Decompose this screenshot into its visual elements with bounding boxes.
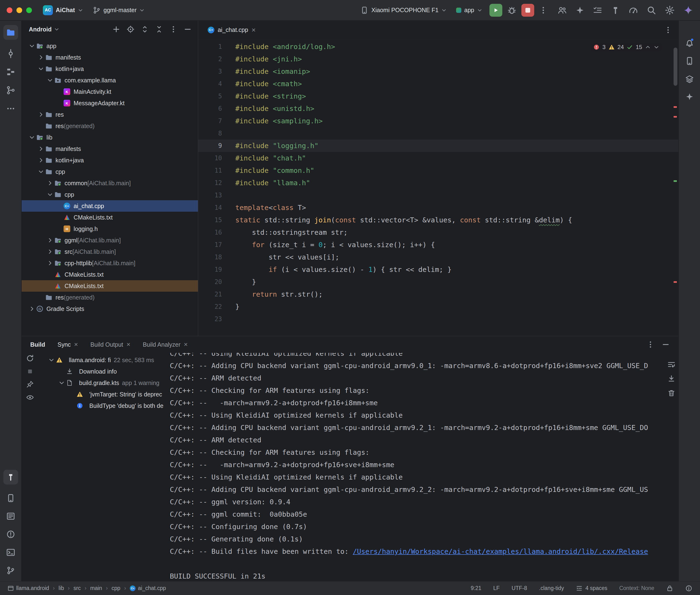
tree-item[interactable]: kotlin+java: [22, 154, 198, 166]
terminal-tool-button[interactable]: [6, 548, 15, 557]
breadcrumb-item[interactable]: C+ai_chat.cpp: [130, 585, 166, 591]
line-separator-widget[interactable]: LF: [493, 585, 500, 591]
new-item-icon[interactable]: [112, 25, 120, 33]
chevron-down-icon[interactable]: [37, 66, 45, 72]
lock-icon[interactable]: [666, 585, 673, 592]
code-line[interactable]: 3#include <iomanip>: [198, 65, 678, 78]
context-widget[interactable]: Context: None: [619, 585, 654, 591]
build-tree-item[interactable]: build.gradle.ktsapp 1 warning: [38, 377, 170, 389]
inspections-widget[interactable]: 3 24 15: [591, 43, 662, 51]
structure-tool-button[interactable]: [6, 67, 15, 77]
layout-inspector-tool-button[interactable]: [685, 75, 694, 84]
build-tool-button[interactable]: [3, 470, 18, 484]
tree-item[interactable]: manifests: [22, 52, 198, 63]
chevron-right-icon[interactable]: [47, 180, 54, 186]
build-tree-item[interactable]: 'jvmTarget: String' is deprec: [38, 389, 170, 400]
chevron-right-icon[interactable]: [47, 249, 54, 255]
chevron-right-icon[interactable]: [37, 111, 45, 118]
editor-scrollbar[interactable]: [672, 39, 678, 336]
tree-item[interactable]: KMainActivity.kt: [22, 86, 198, 97]
tree-item[interactable]: com.example.llama: [22, 75, 198, 86]
tree-item[interactable]: Hlogging.h: [22, 223, 198, 234]
code-line[interactable]: 2#include <jni.h>: [198, 53, 678, 65]
indent-widget[interactable]: 4 spaces: [576, 585, 607, 592]
build-tree-item[interactable]: BuildType 'debug' is both de: [38, 400, 170, 412]
more-run-actions-icon[interactable]: [539, 6, 548, 15]
code-line[interactable]: 23: [198, 313, 678, 325]
prev-problem-icon[interactable]: [645, 44, 651, 50]
chevron-down-icon[interactable]: [28, 43, 35, 49]
tree-item[interactable]: CMakeLists.txt: [22, 212, 198, 223]
code-with-me-icon[interactable]: [558, 5, 567, 15]
build-tab[interactable]: Build Output×: [90, 341, 130, 348]
logcat-tool-button[interactable]: [6, 512, 15, 521]
error-stripe-mark[interactable]: [674, 116, 677, 118]
search-everywhere-icon[interactable]: [647, 5, 656, 15]
chevron-right-icon[interactable]: [37, 54, 45, 60]
chevron-down-icon[interactable]: [47, 192, 54, 198]
tree-item[interactable]: GGradle Scripts: [22, 303, 198, 314]
breadcrumb-item[interactable]: src: [73, 585, 81, 591]
soft-wrap-icon[interactable]: [667, 361, 675, 369]
close-tab-icon[interactable]: ×: [74, 341, 78, 348]
assistant-tool-button[interactable]: [685, 93, 694, 101]
console-link[interactable]: /Users/hanyin/Workspace/ai-chat/examples…: [353, 547, 648, 556]
code-line[interactable]: 21 return str.str();: [198, 288, 678, 301]
device-manager-tool-button[interactable]: [685, 56, 694, 65]
breadcrumb-item[interactable]: cpp: [111, 585, 120, 591]
ai-assistant-icon[interactable]: [576, 6, 584, 15]
breadcrumb-item[interactable]: llama.android: [8, 585, 49, 591]
tree-item[interactable]: cpp-httplib [AiChat.lib.main]: [22, 257, 198, 269]
commit-tool-button[interactable]: [6, 49, 16, 58]
code-line[interactable]: 10#include "chat.h": [198, 152, 678, 164]
next-problem-icon[interactable]: [653, 44, 659, 50]
project-view-mode[interactable]: Android: [29, 26, 52, 33]
chevron-down-icon[interactable]: [37, 169, 45, 175]
tree-item[interactable]: KMessageAdapter.kt: [22, 97, 198, 109]
tree-item[interactable]: cpp: [22, 189, 198, 200]
clang-tidy-widget[interactable]: .clang-tidy: [539, 585, 564, 591]
branch-selector[interactable]: ggml-master: [90, 5, 147, 16]
code-line[interactable]: 18 str << values[i];: [198, 251, 678, 263]
chevron-down-icon[interactable]: [48, 357, 55, 363]
code-line[interactable]: 17 for (size_t i = 0; i < values.size();…: [198, 238, 678, 251]
tree-item[interactable]: src [AiChat.lib.main]: [22, 246, 198, 257]
hide-panel-icon[interactable]: [184, 25, 192, 33]
tree-item[interactable]: res: [22, 109, 198, 120]
code-line[interactable]: 9#include "logging.h": [198, 140, 678, 152]
build-tab[interactable]: Build Analyzer×: [143, 341, 188, 348]
tree-item[interactable]: CMakeLists.txt: [22, 269, 198, 280]
gemini-icon[interactable]: [683, 5, 693, 15]
profiler-icon[interactable]: [628, 5, 638, 15]
run-config-selector[interactable]: app: [454, 5, 485, 15]
zoom-window-button[interactable]: [26, 7, 32, 13]
code-editor[interactable]: 1#include <android/log.h>2#include <jni.…: [198, 39, 678, 336]
code-line[interactable]: 12#include "llama.h": [198, 177, 678, 189]
todo-icon[interactable]: [593, 5, 603, 15]
hide-build-panel-icon[interactable]: [662, 340, 670, 348]
chevron-right-icon[interactable]: [37, 157, 45, 163]
problems-tool-button[interactable]: [6, 530, 15, 539]
build-tree-item[interactable]: llama.android: fi22 sec, 583 ms: [38, 354, 170, 366]
chevron-down-icon[interactable]: [47, 77, 54, 83]
refresh-build-icon[interactable]: [26, 354, 34, 362]
encoding-widget[interactable]: UTF-8: [512, 585, 527, 591]
code-line[interactable]: 16 std::ostringstream str;: [198, 226, 678, 238]
code-line[interactable]: 15static std::string join(const std::vec…: [198, 214, 678, 226]
tree-item[interactable]: res (generated): [22, 292, 198, 303]
close-tab-icon[interactable]: ×: [127, 341, 130, 348]
expand-all-icon[interactable]: [141, 25, 149, 33]
tree-item[interactable]: app: [22, 40, 198, 52]
settings-icon[interactable]: [665, 5, 675, 15]
scroll-to-end-icon[interactable]: [667, 375, 675, 383]
debug-button[interactable]: [507, 5, 516, 15]
editor-tab[interactable]: C+ ai_chat.cpp ×: [202, 21, 261, 39]
chevron-right-icon[interactable]: [28, 306, 35, 312]
tab-options-icon[interactable]: [664, 26, 672, 34]
tree-item[interactable]: kotlin+java: [22, 63, 198, 75]
more-options-icon[interactable]: [169, 25, 177, 33]
device-selector[interactable]: Xiaomi POCOPHONE F1: [358, 5, 449, 16]
error-stripe-mark[interactable]: [674, 281, 677, 283]
close-tab-icon[interactable]: ×: [252, 26, 256, 34]
close-window-button[interactable]: [7, 7, 12, 13]
